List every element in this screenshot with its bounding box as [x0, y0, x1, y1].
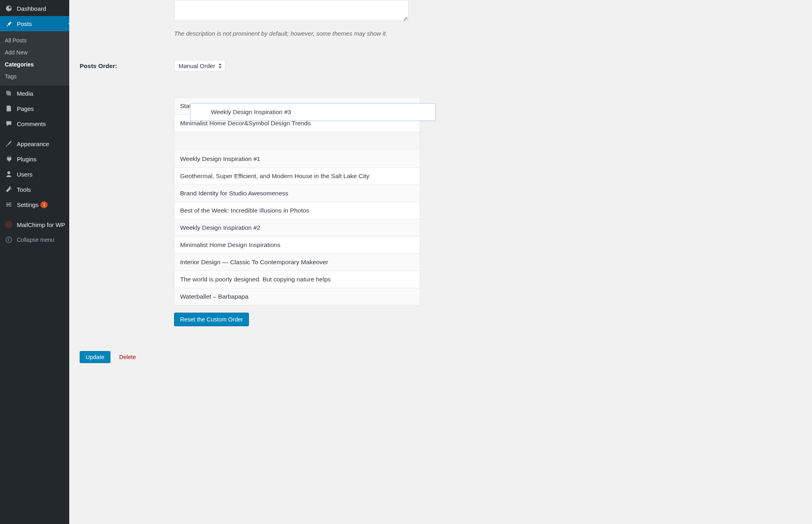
- delete-link[interactable]: Delete: [119, 354, 136, 360]
- description-textarea[interactable]: [174, 0, 409, 21]
- sortable-item[interactable]: Weekly Design Inspiration #1: [174, 151, 420, 168]
- posts-submenu: All PostsAdd NewCategoriesTags: [0, 31, 69, 86]
- svg-point-0: [6, 237, 12, 243]
- plug-icon: [5, 155, 13, 163]
- main-content: The description is not prominent by defa…: [69, 0, 812, 524]
- sortable-item[interactable]: Best of the Week: Incredible Illusions i…: [174, 202, 420, 219]
- sub-item[interactable]: Categories: [0, 58, 69, 70]
- sub-item[interactable]: Tags: [0, 70, 69, 82]
- nav-users-label: Users: [17, 171, 32, 178]
- pin-icon: [5, 20, 13, 28]
- sortable-item[interactable]: Weekly Design Inspiration #2: [174, 219, 420, 237]
- nav-mailchimp[interactable]: MailChimp for WP: [0, 217, 69, 232]
- sortable-item[interactable]: Minimalist Home Design Inspirations: [174, 237, 420, 254]
- user-icon: [5, 170, 13, 178]
- settings-badge: 1: [40, 201, 48, 208]
- posts-order-select[interactable]: Manual Order: [174, 60, 225, 72]
- posts-order-label: Posts Order:: [80, 62, 174, 70]
- nav-pages-label: Pages: [17, 105, 34, 112]
- posts-sortable-list[interactable]: States of MatterMinimalist Home Decor&Sy…: [174, 97, 420, 305]
- nav-appearance-label: Appearance: [17, 141, 49, 147]
- wrench-icon: [5, 185, 13, 193]
- sortable-item[interactable]: The world is poorly designed. But copyin…: [174, 271, 420, 288]
- nav-comments[interactable]: Comments: [0, 116, 69, 131]
- nav-appearance[interactable]: Appearance: [0, 136, 69, 151]
- sortable-item[interactable]: Geothermal, Super Efficient, and Modern …: [174, 168, 420, 185]
- sortable-item[interactable]: Brand Identity for Studio Awesomeness: [174, 185, 420, 202]
- collapse-menu[interactable]: Collapse menu: [0, 232, 69, 247]
- sortable-item[interactable]: Interior Design — Classic To Contemporar…: [174, 254, 420, 271]
- sliders-icon: [5, 201, 13, 209]
- update-button[interactable]: Update: [80, 351, 110, 363]
- nav-mailchimp-label: MailChimp for WP: [17, 221, 65, 228]
- nav-comments-label: Comments: [17, 120, 46, 127]
- comments-icon: [5, 120, 13, 128]
- nav-dashboard-label: Dashboard: [17, 5, 46, 12]
- pages-icon: [5, 104, 13, 112]
- description-help-text: The description is not prominent by defa…: [174, 30, 802, 37]
- brush-icon: [5, 140, 13, 148]
- sortable-item[interactable]: Waterballet – Barbapapa: [174, 288, 420, 305]
- admin-sidebar: Dashboard Posts All PostsAdd NewCategori…: [0, 0, 69, 524]
- mailchimp-icon: [5, 221, 13, 229]
- nav-media-label: Media: [17, 90, 33, 97]
- nav-settings-label: Settings: [17, 201, 38, 208]
- nav-plugins-label: Plugins: [17, 156, 36, 163]
- dashboard-icon: [5, 4, 13, 12]
- nav-posts[interactable]: Posts: [0, 16, 69, 31]
- drop-placeholder: [174, 132, 420, 151]
- nav-pages[interactable]: Pages: [0, 101, 69, 116]
- nav-tools[interactable]: Tools: [0, 182, 69, 197]
- nav-dashboard[interactable]: Dashboard: [0, 1, 69, 16]
- media-icon: [5, 89, 13, 97]
- collapse-label: Collapse menu: [17, 237, 54, 243]
- nav-users[interactable]: Users: [0, 167, 69, 182]
- nav-tools-label: Tools: [17, 186, 31, 193]
- reset-order-button[interactable]: Reset the Custom Order: [174, 313, 249, 326]
- nav-media[interactable]: Media: [0, 86, 69, 101]
- sub-item[interactable]: All Posts: [0, 34, 69, 46]
- nav-plugins[interactable]: Plugins: [0, 151, 69, 167]
- nav-posts-label: Posts: [17, 20, 32, 27]
- nav-settings[interactable]: Settings 1: [0, 197, 69, 212]
- dragging-item-label: Weekly Design Inspiration #3: [211, 108, 291, 115]
- collapse-icon: [5, 236, 13, 244]
- dragging-item[interactable]: Weekly Design Inspiration #3: [190, 103, 436, 121]
- sub-item[interactable]: Add New: [0, 46, 69, 58]
